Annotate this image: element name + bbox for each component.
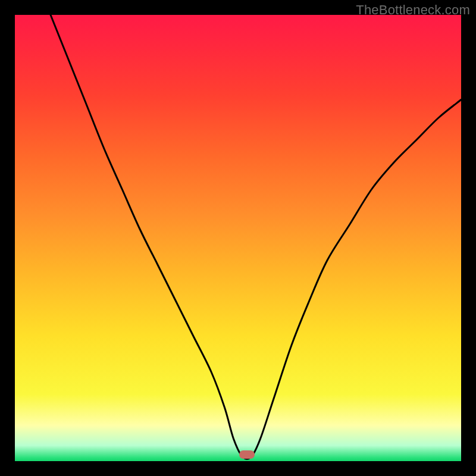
bottleneck-curve: [15, 15, 461, 461]
watermark-text: TheBottleneck.com: [356, 2, 470, 18]
optimum-marker: [239, 450, 255, 459]
chart-frame: TheBottleneck.com: [0, 0, 476, 476]
plot-area: [15, 15, 461, 461]
